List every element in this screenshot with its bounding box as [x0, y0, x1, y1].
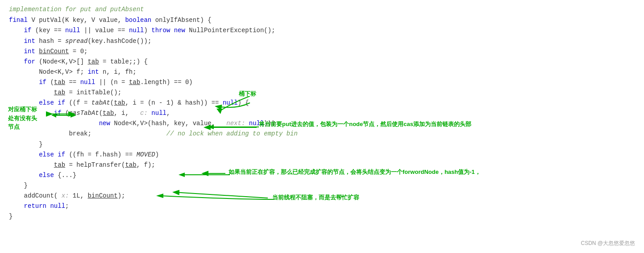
code-line-4: int binCount = 0;	[9, 46, 635, 57]
annotation-2: 桶下标	[239, 89, 256, 99]
annotation-3: 将当前要put进去的值，包装为一个node节点，然后使用cas添加为当前链表的头…	[259, 120, 471, 129]
code-line-12: break; // no lock when adding to empty b…	[9, 129, 635, 139]
code-line-8: tab = initTable();	[9, 88, 635, 98]
code-line-5: for (Node<K,V>[] tab = table;;) {	[9, 57, 635, 67]
code-line-10: if (casTabAt(tab, i, c: null,	[9, 108, 635, 118]
code-line-20: }	[9, 211, 635, 222]
code-line-7: if (tab == null || (n = tab.length) == 0…	[9, 77, 635, 88]
code-container: implementation for put and putAbsent fin…	[0, 0, 644, 253]
code-line-13: }	[9, 139, 635, 150]
annotation-4: 如果当前正在扩容，那么已经完成扩容的节点，会将头结点变为一个forwordNod…	[229, 168, 481, 177]
header-comment: implementation for put and putAbsent	[9, 4, 635, 14]
code-line-1: final V putVal(K key, V value, boolean o…	[9, 15, 635, 25]
code-block: final V putVal(K key, V value, boolean o…	[9, 15, 635, 222]
annotation-1: 对应桶下标处有没有头节点	[8, 105, 37, 131]
code-line-2: if (key == null || value == null) throw …	[9, 25, 635, 36]
annotation-5: 当前线程不阻塞，而是去帮忙扩容	[272, 193, 359, 202]
code-line-9: else if ((f = tabAt(tab, i = (n - 1) & h…	[9, 98, 635, 108]
code-line-3: int hash = spread(key.hashCode());	[9, 36, 635, 46]
code-line-14: else if ((fh = f.hash) == MOVED)	[9, 150, 635, 160]
watermark: CSDN @大忽悠爱忽悠	[581, 239, 635, 248]
code-line-17: }	[9, 181, 635, 191]
code-line-19: return null;	[9, 201, 635, 211]
code-line-6: Node<K,V> f; int n, i, fh;	[9, 67, 635, 77]
